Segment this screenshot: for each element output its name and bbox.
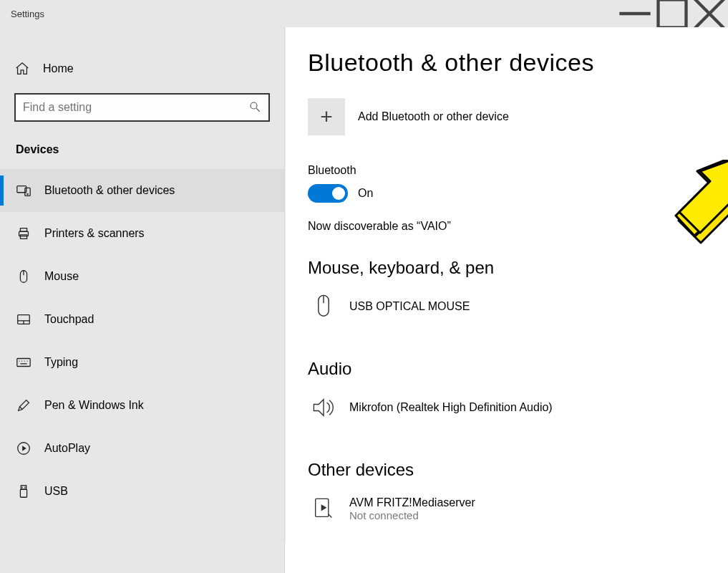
- svg-rect-17: [17, 359, 30, 367]
- sidebar-item-label: Pen & Windows Ink: [44, 399, 144, 412]
- sidebar-item-mouse[interactable]: Mouse: [0, 255, 284, 298]
- minimize-button[interactable]: [616, 0, 654, 27]
- sidebar-item-bluetooth[interactable]: Bluetooth & other devices: [0, 169, 284, 212]
- touchpad-icon: [16, 312, 31, 327]
- mouse-icon: [16, 269, 31, 284]
- section-audio: Audio: [308, 359, 728, 379]
- device-status: Not connected: [349, 509, 475, 521]
- page-title: Bluetooth & other devices: [308, 49, 728, 77]
- window-controls: [616, 0, 728, 27]
- svg-rect-10: [20, 228, 26, 232]
- window-title: Settings: [11, 9, 44, 19]
- devices-icon: [16, 183, 31, 198]
- search-input[interactable]: [23, 101, 248, 114]
- speaker-icon: [311, 393, 336, 422]
- device-name: USB OPTICAL MOUSE: [349, 300, 470, 313]
- keyboard-icon: [16, 355, 31, 370]
- sidebar: Home Devices Bluetooth & other devices P…: [0, 27, 285, 573]
- home-button[interactable]: Home: [0, 47, 284, 90]
- sidebar-item-touchpad[interactable]: Touchpad: [0, 298, 284, 341]
- plus-icon: +: [308, 98, 345, 135]
- device-item[interactable]: Mikrofon (Realtek High Definition Audio): [308, 387, 728, 435]
- add-device-label: Add Bluetooth or other device: [358, 110, 509, 123]
- add-device-button[interactable]: + Add Bluetooth or other device: [308, 98, 728, 135]
- media-device-icon: [311, 494, 336, 523]
- home-label: Home: [43, 62, 74, 75]
- sidebar-item-label: Touchpad: [44, 313, 94, 326]
- svg-rect-25: [21, 486, 26, 490]
- discoverable-text: Now discoverable as “VAIO”: [308, 220, 728, 233]
- printer-icon: [16, 226, 31, 241]
- section-mouse-kb-pen: Mouse, keyboard, & pen: [308, 258, 728, 278]
- autoplay-icon: [16, 440, 31, 456]
- search-icon: [248, 100, 261, 115]
- scroll-divider: [285, 27, 286, 543]
- sidebar-item-label: Typing: [44, 356, 78, 369]
- sidebar-item-autoplay[interactable]: AutoPlay: [0, 427, 284, 470]
- svg-marker-24: [22, 446, 26, 451]
- sidebar-item-label: Mouse: [44, 270, 79, 283]
- device-name: AVM FRITZ!Mediaserver: [349, 496, 475, 509]
- svg-point-8: [27, 193, 28, 194]
- sidebar-item-pen[interactable]: Pen & Windows Ink: [0, 384, 284, 427]
- sidebar-item-label: Printers & scanners: [44, 227, 145, 240]
- sidebar-item-usb[interactable]: USB: [0, 470, 284, 513]
- home-icon: [14, 61, 30, 77]
- mouse-device-icon: [311, 292, 336, 321]
- bluetooth-heading: Bluetooth: [308, 164, 728, 177]
- section-other: Other devices: [308, 460, 728, 480]
- svg-marker-33: [321, 504, 327, 511]
- sidebar-item-label: Bluetooth & other devices: [44, 184, 175, 197]
- maximize-button[interactable]: [654, 0, 691, 27]
- usb-icon: [16, 483, 31, 499]
- svg-marker-31: [314, 400, 324, 416]
- svg-line-5: [256, 108, 260, 112]
- content-pane: Bluetooth & other devices + Add Bluetoot…: [285, 27, 728, 573]
- bluetooth-toggle[interactable]: [308, 184, 348, 203]
- svg-rect-26: [20, 489, 26, 497]
- sidebar-item-label: AutoPlay: [44, 442, 90, 455]
- svg-rect-1: [659, 0, 686, 28]
- search-wrap: [0, 93, 284, 122]
- bluetooth-toggle-state: On: [358, 187, 373, 200]
- sidebar-item-label: USB: [44, 485, 68, 498]
- titlebar: Settings: [0, 0, 728, 27]
- sidebar-section-title: Devices: [0, 135, 284, 169]
- pen-icon: [16, 398, 31, 413]
- sidebar-item-typing[interactable]: Typing: [0, 341, 284, 384]
- search-box[interactable]: [14, 93, 270, 122]
- device-item[interactable]: USB OPTICAL MOUSE: [308, 286, 728, 334]
- sidebar-item-printers[interactable]: Printers & scanners: [0, 212, 284, 255]
- device-name: Mikrofon (Realtek High Definition Audio): [349, 401, 553, 414]
- svg-rect-11: [20, 235, 26, 239]
- close-button[interactable]: [691, 0, 728, 27]
- svg-point-4: [251, 102, 257, 109]
- device-item[interactable]: AVM FRITZ!Mediaserver Not connected: [308, 488, 728, 523]
